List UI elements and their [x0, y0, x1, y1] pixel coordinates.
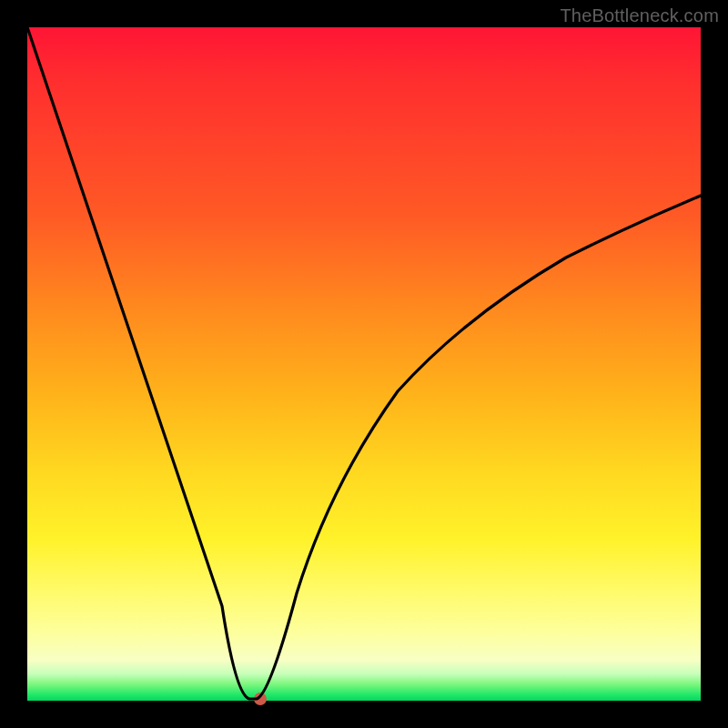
plot-area [27, 27, 701, 701]
bottleneck-curve [27, 27, 701, 699]
chart-frame: TheBottleneck.com [0, 0, 728, 728]
curve-svg [27, 27, 701, 701]
watermark-text: TheBottleneck.com [560, 5, 719, 26]
